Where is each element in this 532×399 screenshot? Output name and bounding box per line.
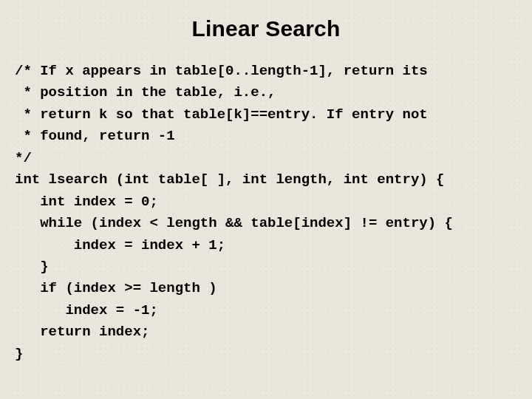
- slide: Linear Search /* If x appears in table[0…: [0, 0, 532, 399]
- page-title: Linear Search: [15, 16, 517, 41]
- code-block: /* If x appears in table[0..length-1], r…: [15, 61, 517, 365]
